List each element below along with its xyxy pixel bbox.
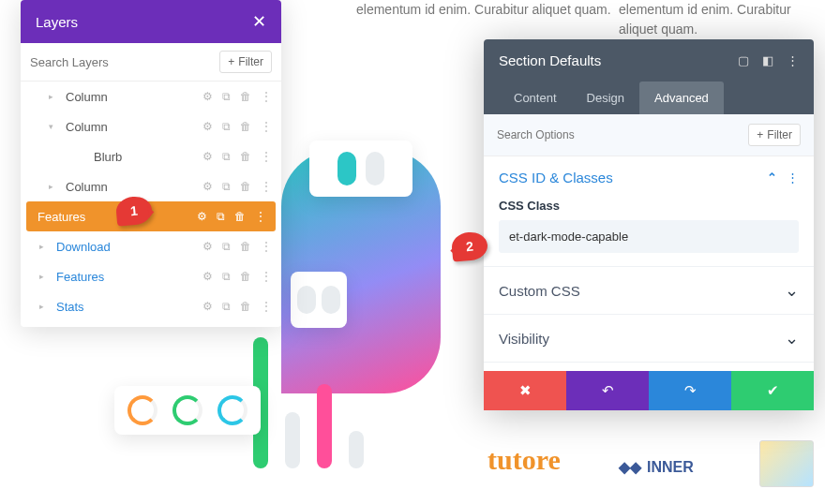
more-icon[interactable]: ⋮	[261, 90, 272, 103]
gear-icon[interactable]: ⚙	[202, 120, 213, 133]
duplicate-icon[interactable]: ⧉	[222, 240, 231, 253]
close-icon: ✖	[519, 382, 532, 399]
bg-text: elementum id enim. Curabitur aliquet qua…	[619, 0, 825, 39]
focus-icon[interactable]: ▢	[738, 53, 749, 67]
duplicate-icon[interactable]: ⧉	[222, 120, 231, 133]
css-class-input[interactable]	[499, 220, 799, 253]
layer-row-column[interactable]: ▾ Column ⚙ ⧉ 🗑 ⋮	[21, 111, 281, 141]
logo-text: INNER	[647, 459, 694, 476]
section-toggle[interactable]: CSS ID & Classes ⌃ ⋮	[499, 170, 799, 185]
more-icon[interactable]: ⋮	[255, 210, 266, 223]
layer-row-column[interactable]: ▸ Column ⚙ ⧉ 🗑 ⋮	[21, 171, 281, 201]
filter-label: Filter	[767, 128, 792, 141]
layer-label: Column	[66, 120, 202, 134]
gear-icon[interactable]: ⚙	[202, 240, 213, 253]
duplicate-icon[interactable]: ⧉	[222, 300, 231, 313]
section-css-id-classes: CSS ID & Classes ⌃ ⋮ CSS Class	[484, 156, 814, 267]
caret-right-icon[interactable]: ▸	[39, 272, 44, 281]
layer-row-blurb[interactable]: Blurb ⚙ ⧉ 🗑 ⋮	[21, 141, 281, 171]
caret-right-icon[interactable]: ▸	[49, 182, 53, 191]
layer-row-features[interactable]: ▸ Features ⚙ ⧉ 🗑 ⋮	[21, 261, 281, 291]
settings-title: Section Defaults	[499, 52, 601, 68]
cancel-button[interactable]: ✖	[484, 371, 566, 410]
trash-icon[interactable]: 🗑	[240, 240, 251, 253]
decorative-card	[309, 141, 412, 197]
more-icon[interactable]: ⋮	[261, 240, 272, 253]
chevron-up-icon[interactable]: ⌃	[767, 170, 777, 185]
gear-icon[interactable]: ⚙	[202, 180, 213, 193]
section-title: Visibility	[499, 331, 549, 347]
decorative-spinners	[114, 386, 261, 435]
trash-icon[interactable]: 🗑	[240, 150, 251, 163]
undo-button[interactable]: ↶	[566, 371, 649, 410]
more-icon[interactable]: ⋮	[261, 150, 272, 163]
settings-filter-button[interactable]: + Filter	[748, 124, 801, 146]
chevron-down-icon[interactable]: ⌄	[785, 328, 799, 348]
layers-search-row: + Filter	[21, 43, 281, 82]
diamond-icon: ◆◆	[619, 458, 641, 476]
section-title: Custom CSS	[499, 283, 580, 299]
caret-right-icon[interactable]: ▸	[39, 302, 44, 311]
trash-icon[interactable]: 🗑	[240, 120, 251, 133]
gear-icon[interactable]: ⚙	[202, 90, 213, 103]
section-toggle[interactable]: Custom CSS ⌄	[499, 280, 799, 301]
layer-list: ▸ Column ⚙ ⧉ 🗑 ⋮ ▾ Column ⚙ ⧉ 🗑 ⋮ Blurb …	[21, 82, 281, 327]
duplicate-icon[interactable]: ⧉	[217, 210, 225, 223]
section-toggle[interactable]: Visibility ⌄	[499, 328, 799, 348]
layers-header[interactable]: Layers ✕	[21, 0, 281, 43]
caret-right-icon[interactable]: ▸	[39, 242, 44, 251]
duplicate-icon[interactable]: ⧉	[222, 270, 231, 283]
layers-title: Layers	[36, 14, 78, 30]
bg-text: elementum id enim. Curabitur aliquet qua…	[356, 0, 611, 20]
layer-label: Column	[66, 90, 202, 104]
trash-icon[interactable]: 🗑	[240, 270, 251, 283]
filter-label: Filter	[238, 55, 263, 68]
tab-design[interactable]: Design	[572, 82, 639, 114]
more-icon[interactable]: ⋮	[787, 53, 799, 67]
trash-icon[interactable]: 🗑	[240, 180, 251, 193]
chevron-down-icon[interactable]: ⌄	[785, 280, 799, 301]
tab-advanced[interactable]: Advanced	[639, 82, 724, 114]
more-icon[interactable]: ⋮	[261, 300, 272, 313]
duplicate-icon[interactable]: ⧉	[222, 90, 231, 103]
tab-content[interactable]: Content	[499, 82, 572, 114]
logo-cursive: tutore	[488, 444, 561, 476]
settings-search-input[interactable]	[497, 128, 748, 141]
layers-filter-button[interactable]: + Filter	[219, 51, 272, 73]
layer-row-download[interactable]: ▸ Download ⚙ ⧉ 🗑 ⋮	[21, 231, 281, 261]
css-class-field: CSS Class	[499, 199, 799, 253]
layer-label: Blurb	[94, 150, 202, 164]
trash-icon[interactable]: 🗑	[240, 90, 251, 103]
caret-down-icon[interactable]: ▾	[49, 122, 53, 131]
close-icon[interactable]: ✕	[252, 11, 266, 32]
gear-icon[interactable]: ⚙	[197, 210, 207, 223]
more-icon[interactable]: ⋮	[261, 120, 272, 133]
columns-icon[interactable]: ◧	[762, 53, 773, 67]
gear-icon[interactable]: ⚙	[202, 300, 213, 313]
section-title: CSS ID & Classes	[499, 170, 613, 185]
layer-label: Features	[56, 270, 202, 284]
more-icon[interactable]: ⋮	[787, 170, 799, 185]
duplicate-icon[interactable]: ⧉	[222, 150, 231, 163]
layer-label: Stats	[56, 300, 202, 314]
section-visibility: Visibility ⌄	[484, 315, 814, 363]
settings-search-row: + Filter	[484, 114, 814, 156]
layer-row-column[interactable]: ▸ Column ⚙ ⧉ 🗑 ⋮	[21, 82, 281, 111]
more-icon[interactable]: ⋮	[261, 180, 272, 193]
css-class-label: CSS Class	[499, 199, 799, 213]
save-button[interactable]: ✔	[731, 371, 814, 410]
duplicate-icon[interactable]: ⧉	[222, 180, 231, 193]
gear-icon[interactable]: ⚙	[202, 150, 213, 163]
plus-icon: +	[228, 55, 234, 68]
section-custom-css: Custom CSS ⌄	[484, 267, 814, 315]
layers-search-input[interactable]	[30, 55, 212, 69]
caret-right-icon[interactable]: ▸	[49, 92, 53, 101]
trash-icon[interactable]: 🗑	[234, 210, 246, 223]
redo-button[interactable]: ↷	[649, 371, 731, 410]
trash-icon[interactable]: 🗑	[240, 300, 251, 313]
gear-icon[interactable]: ⚙	[202, 270, 213, 283]
more-icon[interactable]: ⋮	[261, 270, 272, 283]
layer-row-stats[interactable]: ▸ Stats ⚙ ⧉ 🗑 ⋮	[21, 291, 281, 321]
thumbnail	[759, 440, 814, 487]
check-icon: ✔	[767, 382, 779, 399]
